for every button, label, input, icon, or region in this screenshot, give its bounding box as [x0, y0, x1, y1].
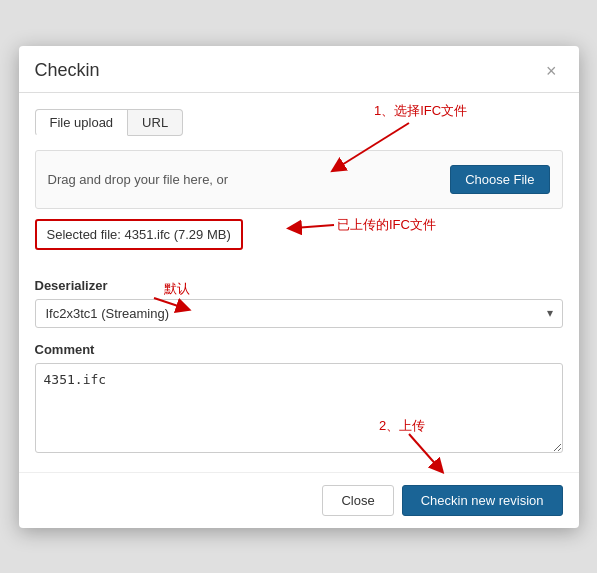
tab-bar: File upload URL: [35, 109, 563, 136]
deserializer-select[interactable]: Ifc2x3tc1 (Streaming) Ifc4 (Streaming): [35, 299, 563, 328]
dialog-header: Checkin ×: [19, 46, 579, 93]
comment-textarea[interactable]: 4351.ifc: [35, 363, 563, 453]
choose-file-button[interactable]: Choose File: [450, 165, 549, 194]
tab-url[interactable]: URL: [128, 109, 183, 136]
dialog-footer: 2、上传 Close Checkin new revision: [19, 472, 579, 528]
checkin-button[interactable]: Checkin new revision: [402, 485, 563, 516]
dialog-close-button[interactable]: ×: [540, 60, 563, 82]
deserializer-label: Deserializer: [35, 278, 563, 293]
upload-drag-text: Drag and drop your file here, or: [48, 172, 441, 187]
dialog-body: File upload URL Drag and drop your file …: [19, 93, 579, 472]
tab-file-upload[interactable]: File upload: [35, 109, 129, 136]
close-button[interactable]: Close: [322, 485, 393, 516]
selected-file-display: Selected file: 4351.ifc (7.29 MB): [35, 219, 243, 250]
checkin-dialog: Checkin × File upload URL Drag and drop …: [19, 46, 579, 528]
dialog-title: Checkin: [35, 60, 100, 81]
upload-drop-area: Drag and drop your file here, or Choose …: [35, 150, 563, 209]
deserializer-section: Deserializer Ifc2x3tc1 (Streaming) Ifc4 …: [35, 278, 563, 328]
deserializer-select-wrapper: Ifc2x3tc1 (Streaming) Ifc4 (Streaming) ▾: [35, 299, 563, 328]
comment-label: Comment: [35, 342, 563, 357]
comment-section: Comment 4351.ifc: [35, 342, 563, 456]
